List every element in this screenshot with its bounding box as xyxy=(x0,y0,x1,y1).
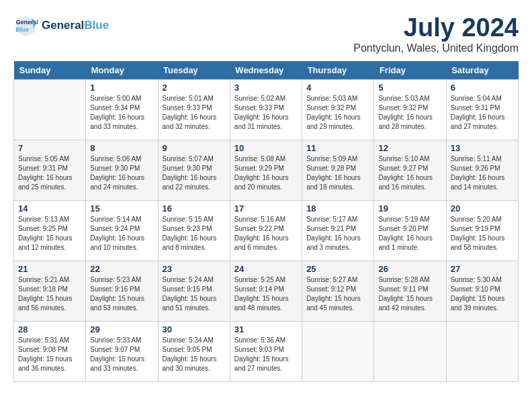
day-info: Sunrise: 5:27 AMSunset: 9:12 PMDaylight:… xyxy=(306,275,369,313)
calendar-cell: 30Sunrise: 5:34 AMSunset: 9:05 PMDayligh… xyxy=(158,322,230,382)
day-number: 17 xyxy=(234,203,298,214)
week-row-2: 7Sunrise: 5:05 AMSunset: 9:31 PMDaylight… xyxy=(14,140,519,201)
day-info: Sunrise: 5:21 AMSunset: 9:18 PMDaylight:… xyxy=(18,275,81,313)
day-number: 27 xyxy=(451,264,514,274)
day-info: Sunrise: 5:02 AMSunset: 9:33 PMDaylight:… xyxy=(234,94,298,132)
logo-blue: Blue xyxy=(84,19,109,32)
calendar-cell xyxy=(374,322,446,382)
calendar-cell: 18Sunrise: 5:17 AMSunset: 9:21 PMDayligh… xyxy=(302,201,374,261)
week-row-3: 14Sunrise: 5:13 AMSunset: 9:25 PMDayligh… xyxy=(14,201,519,261)
weekday-header-monday: Monday xyxy=(86,61,158,80)
calendar-cell: 19Sunrise: 5:19 AMSunset: 9:20 PMDayligh… xyxy=(374,201,446,261)
day-number: 28 xyxy=(18,324,81,334)
day-number: 7 xyxy=(18,143,81,153)
day-number: 18 xyxy=(306,203,369,214)
day-info: Sunrise: 5:31 AMSunset: 9:08 PMDaylight:… xyxy=(18,336,81,373)
day-number: 2 xyxy=(163,83,226,93)
day-number: 20 xyxy=(451,203,514,214)
calendar-cell: 13Sunrise: 5:11 AMSunset: 9:26 PMDayligh… xyxy=(446,140,518,201)
calendar-cell: 7Sunrise: 5:05 AMSunset: 9:31 PMDaylight… xyxy=(14,140,86,201)
calendar-cell: 8Sunrise: 5:06 AMSunset: 9:30 PMDaylight… xyxy=(86,140,158,201)
day-number: 15 xyxy=(90,203,153,214)
page-header: General Blue GeneralBlue July 2024 Ponty… xyxy=(13,13,519,54)
logo: General Blue GeneralBlue xyxy=(13,13,109,38)
day-number: 16 xyxy=(163,203,226,214)
calendar-cell: 4Sunrise: 5:03 AMSunset: 9:32 PMDaylight… xyxy=(302,80,374,140)
calendar-cell: 12Sunrise: 5:10 AMSunset: 9:27 PMDayligh… xyxy=(374,140,446,201)
calendar-cell: 2Sunrise: 5:01 AMSunset: 9:33 PMDaylight… xyxy=(158,80,230,140)
calendar-cell xyxy=(446,322,518,382)
day-number: 19 xyxy=(378,203,441,214)
day-info: Sunrise: 5:08 AMSunset: 9:29 PMDaylight:… xyxy=(234,154,298,192)
day-number: 8 xyxy=(90,143,153,153)
day-info: Sunrise: 5:01 AMSunset: 9:33 PMDaylight:… xyxy=(163,94,226,132)
day-number: 26 xyxy=(378,264,441,274)
day-info: Sunrise: 5:25 AMSunset: 9:14 PMDaylight:… xyxy=(234,275,298,313)
day-info: Sunrise: 5:13 AMSunset: 9:25 PMDaylight:… xyxy=(18,215,81,253)
calendar-cell: 25Sunrise: 5:27 AMSunset: 9:12 PMDayligh… xyxy=(302,261,374,322)
day-info: Sunrise: 5:05 AMSunset: 9:31 PMDaylight:… xyxy=(18,154,81,192)
calendar-cell: 11Sunrise: 5:09 AMSunset: 9:28 PMDayligh… xyxy=(302,140,374,201)
day-info: Sunrise: 5:00 AMSunset: 9:34 PMDaylight:… xyxy=(90,94,153,132)
day-number: 13 xyxy=(451,143,514,153)
day-info: Sunrise: 5:19 AMSunset: 9:20 PMDaylight:… xyxy=(378,215,441,253)
calendar-cell: 14Sunrise: 5:13 AMSunset: 9:25 PMDayligh… xyxy=(14,201,86,261)
weekday-header-thursday: Thursday xyxy=(302,61,374,80)
weekday-header-sunday: Sunday xyxy=(14,61,86,80)
day-number: 4 xyxy=(306,83,369,93)
weekday-header-wednesday: Wednesday xyxy=(230,61,302,80)
day-info: Sunrise: 5:36 AMSunset: 9:03 PMDaylight:… xyxy=(234,336,298,373)
calendar-cell: 27Sunrise: 5:30 AMSunset: 9:10 PMDayligh… xyxy=(446,261,518,322)
day-info: Sunrise: 5:09 AMSunset: 9:28 PMDaylight:… xyxy=(306,154,369,192)
logo-text: GeneralBlue xyxy=(42,19,109,32)
calendar-cell: 28Sunrise: 5:31 AMSunset: 9:08 PMDayligh… xyxy=(14,322,86,382)
day-info: Sunrise: 5:15 AMSunset: 9:23 PMDaylight:… xyxy=(163,215,226,253)
day-number: 11 xyxy=(306,143,369,153)
day-info: Sunrise: 5:07 AMSunset: 9:30 PMDaylight:… xyxy=(163,154,226,192)
day-number: 30 xyxy=(163,324,226,334)
calendar-cell xyxy=(14,80,86,140)
week-row-1: 1Sunrise: 5:00 AMSunset: 9:34 PMDaylight… xyxy=(14,80,519,140)
day-number: 14 xyxy=(18,203,81,214)
day-info: Sunrise: 5:28 AMSunset: 9:11 PMDaylight:… xyxy=(378,275,441,313)
week-row-5: 28Sunrise: 5:31 AMSunset: 9:08 PMDayligh… xyxy=(14,322,519,382)
calendar-cell: 16Sunrise: 5:15 AMSunset: 9:23 PMDayligh… xyxy=(158,201,230,261)
calendar-cell: 31Sunrise: 5:36 AMSunset: 9:03 PMDayligh… xyxy=(230,322,302,382)
calendar-cell: 1Sunrise: 5:00 AMSunset: 9:34 PMDaylight… xyxy=(86,80,158,140)
weekday-header-row: SundayMondayTuesdayWednesdayThursdayFrid… xyxy=(14,61,519,80)
calendar-cell: 3Sunrise: 5:02 AMSunset: 9:33 PMDaylight… xyxy=(230,80,302,140)
weekday-header-tuesday: Tuesday xyxy=(158,61,230,80)
day-info: Sunrise: 5:30 AMSunset: 9:10 PMDaylight:… xyxy=(451,275,514,313)
day-info: Sunrise: 5:06 AMSunset: 9:30 PMDaylight:… xyxy=(90,154,153,192)
day-info: Sunrise: 5:10 AMSunset: 9:27 PMDaylight:… xyxy=(378,154,441,192)
day-number: 12 xyxy=(378,143,441,153)
calendar-cell: 10Sunrise: 5:08 AMSunset: 9:29 PMDayligh… xyxy=(230,140,302,201)
calendar-cell: 6Sunrise: 5:04 AMSunset: 9:31 PMDaylight… xyxy=(446,80,518,140)
month-title: July 2024 xyxy=(353,13,519,42)
day-info: Sunrise: 5:03 AMSunset: 9:32 PMDaylight:… xyxy=(378,94,441,132)
day-info: Sunrise: 5:14 AMSunset: 9:24 PMDaylight:… xyxy=(90,215,153,253)
calendar-cell: 17Sunrise: 5:16 AMSunset: 9:22 PMDayligh… xyxy=(230,201,302,261)
day-number: 23 xyxy=(163,264,226,274)
day-number: 5 xyxy=(378,83,441,93)
day-info: Sunrise: 5:33 AMSunset: 9:07 PMDaylight:… xyxy=(90,336,153,373)
day-number: 22 xyxy=(90,264,153,274)
day-number: 6 xyxy=(451,83,514,93)
day-number: 24 xyxy=(234,264,298,274)
calendar-cell: 22Sunrise: 5:23 AMSunset: 9:16 PMDayligh… xyxy=(86,261,158,322)
calendar-cell xyxy=(302,322,374,382)
week-row-4: 21Sunrise: 5:21 AMSunset: 9:18 PMDayligh… xyxy=(14,261,519,322)
day-info: Sunrise: 5:03 AMSunset: 9:32 PMDaylight:… xyxy=(306,94,369,132)
calendar-cell: 24Sunrise: 5:25 AMSunset: 9:14 PMDayligh… xyxy=(230,261,302,322)
day-number: 3 xyxy=(234,83,298,93)
calendar-cell: 29Sunrise: 5:33 AMSunset: 9:07 PMDayligh… xyxy=(86,322,158,382)
day-info: Sunrise: 5:24 AMSunset: 9:15 PMDaylight:… xyxy=(163,275,226,313)
svg-text:Blue: Blue xyxy=(16,26,30,33)
weekday-header-saturday: Saturday xyxy=(446,61,518,80)
day-number: 29 xyxy=(90,324,153,334)
day-number: 10 xyxy=(234,143,298,153)
logo-general: General xyxy=(42,19,84,32)
calendar-cell: 9Sunrise: 5:07 AMSunset: 9:30 PMDaylight… xyxy=(158,140,230,201)
day-info: Sunrise: 5:16 AMSunset: 9:22 PMDaylight:… xyxy=(234,215,298,253)
day-info: Sunrise: 5:17 AMSunset: 9:21 PMDaylight:… xyxy=(306,215,369,253)
